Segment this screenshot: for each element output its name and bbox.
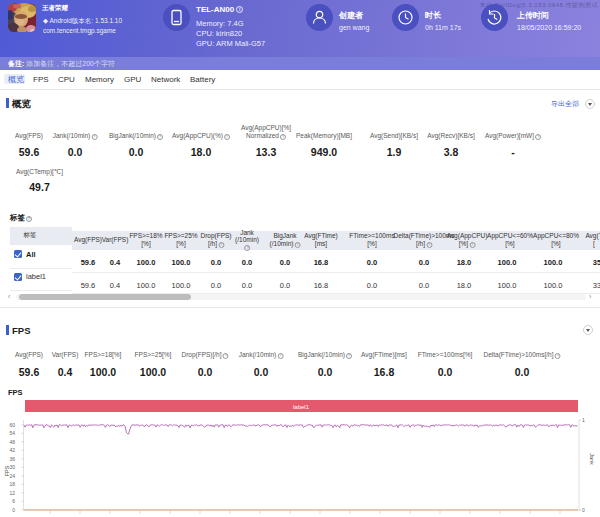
svg-text:18: 18 — [9, 481, 15, 487]
svg-text:0: 0 — [582, 507, 585, 513]
svg-text:30: 30 — [9, 464, 15, 470]
svg-text:42: 42 — [9, 447, 15, 453]
svg-text:label1: label1 — [293, 404, 310, 410]
svg-text:36: 36 — [9, 456, 15, 462]
svg-text:24: 24 — [9, 473, 15, 479]
svg-text:0: 0 — [12, 507, 15, 513]
svg-text:1: 1 — [582, 417, 585, 423]
svg-text:54: 54 — [9, 430, 15, 436]
svg-text:FPS: FPS — [4, 465, 10, 476]
svg-text:6: 6 — [12, 498, 15, 504]
svg-text:60: 60 — [9, 422, 15, 428]
svg-text:48: 48 — [9, 439, 15, 445]
svg-text:Jank: Jank — [589, 453, 595, 465]
svg-text:12: 12 — [9, 490, 15, 496]
